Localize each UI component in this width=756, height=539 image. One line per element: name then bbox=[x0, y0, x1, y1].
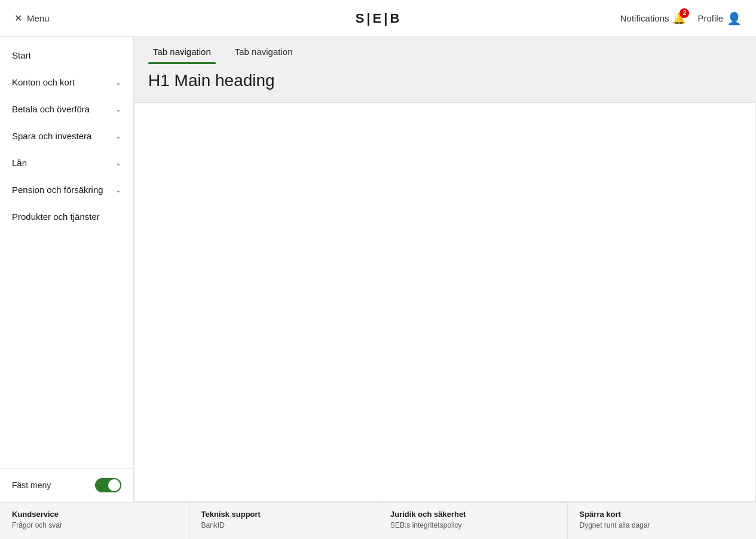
profile-button[interactable]: Profile 👤 bbox=[697, 11, 742, 26]
sidebar-item-label-spara: Spara och investera bbox=[12, 131, 91, 141]
tab-navigation-1[interactable]: Tab navigation bbox=[148, 37, 216, 64]
sidebar-item-spara[interactable]: Spara och investera ⌄ bbox=[0, 122, 133, 149]
fast-meny-toggle[interactable] bbox=[95, 478, 121, 492]
sidebar-item-start[interactable]: Start bbox=[0, 42, 133, 69]
footer-link-dygnet: Dygnet runt alla dagar bbox=[580, 521, 745, 529]
h1-area: H1 Main heading bbox=[134, 64, 756, 102]
tab-navigation-2[interactable]: Tab navigation bbox=[230, 37, 298, 64]
seb-logo: S|E|B bbox=[356, 11, 401, 26]
chevron-down-icon: ⌄ bbox=[115, 159, 121, 167]
main-heading: H1 Main heading bbox=[148, 71, 742, 90]
toggle-track bbox=[95, 478, 121, 492]
sidebar-item-label-betala: Betala och överföra bbox=[12, 104, 90, 114]
footer-section-sparra: Spärra kort Dygnet runt alla dagar bbox=[568, 503, 757, 539]
tabs: Tab navigation Tab navigation bbox=[148, 37, 742, 64]
notifications-icon-wrap: 🔔 2 bbox=[672, 12, 685, 25]
footer: Kundservice Frågor och svar Teknisk supp… bbox=[0, 502, 756, 539]
menu-button[interactable]: ✕ Menu bbox=[14, 13, 50, 24]
notifications-label: Notifications bbox=[620, 13, 669, 23]
chevron-down-icon: ⌄ bbox=[115, 78, 121, 87]
fast-meny-label: Fäst meny bbox=[12, 480, 51, 490]
profile-icon: 👤 bbox=[727, 11, 742, 26]
main-content: Tab navigation Tab navigation H1 Main he… bbox=[134, 37, 756, 502]
footer-title-sparra: Spärra kort bbox=[580, 510, 745, 519]
footer-section-teknisk: Teknisk support BankID bbox=[189, 503, 379, 539]
sidebar-item-konton[interactable]: Konton och kort ⌄ bbox=[0, 69, 133, 96]
body-layout: Start Konton och kort ⌄ Betala och överf… bbox=[0, 37, 756, 502]
notifications-badge: 2 bbox=[680, 8, 689, 18]
footer-section-juridik: Juridik och säkerhet SEB:s integritetspo… bbox=[378, 503, 568, 539]
footer-title-kundservice: Kundservice bbox=[12, 510, 177, 519]
menu-label: Menu bbox=[27, 13, 50, 23]
sidebar-item-label-produkter: Produkter och tjänster bbox=[12, 212, 100, 222]
footer-link-integritet[interactable]: SEB:s integritetspolicy bbox=[390, 521, 555, 529]
chevron-down-icon: ⌄ bbox=[115, 132, 121, 140]
footer-section-kundservice: Kundservice Frågor och svar bbox=[0, 503, 189, 539]
sidebar-item-pension[interactable]: Pension och försäkring ⌄ bbox=[0, 176, 133, 203]
close-icon: ✕ bbox=[14, 13, 22, 24]
footer-title-juridik: Juridik och säkerhet bbox=[390, 510, 555, 519]
sidebar-item-lan[interactable]: Lån ⌄ bbox=[0, 149, 133, 176]
sidebar: Start Konton och kort ⌄ Betala och överf… bbox=[0, 37, 134, 502]
sidebar-item-produkter[interactable]: Produkter och tjänster bbox=[0, 203, 133, 230]
sidebar-footer: Fäst meny bbox=[0, 468, 133, 502]
header-right: Notifications 🔔 2 Profile 👤 bbox=[620, 11, 742, 26]
footer-link-alla-dagar: alla dagar bbox=[619, 521, 650, 529]
sidebar-item-label-start: Start bbox=[12, 50, 31, 60]
footer-link-bankid[interactable]: BankID bbox=[201, 521, 366, 529]
logo: S|E|B bbox=[356, 11, 401, 26]
tab-label-2: Tab navigation bbox=[235, 47, 293, 57]
tab-label-1: Tab navigation bbox=[153, 47, 211, 57]
sidebar-nav: Start Konton och kort ⌄ Betala och överf… bbox=[0, 37, 133, 468]
sidebar-item-label-pension: Pension och försäkring bbox=[12, 185, 103, 195]
profile-label: Profile bbox=[697, 13, 723, 23]
tab-area: Tab navigation Tab navigation bbox=[134, 37, 756, 64]
chevron-down-icon: ⌄ bbox=[115, 105, 121, 114]
sidebar-item-label-konton: Konton och kort bbox=[12, 77, 75, 87]
footer-link-fragor[interactable]: Frågor och svar bbox=[12, 521, 177, 529]
content-panel bbox=[134, 102, 756, 502]
sidebar-item-label-lan: Lån bbox=[12, 158, 27, 168]
notifications-button[interactable]: Notifications 🔔 2 bbox=[620, 12, 686, 25]
header: ✕ Menu S|E|B Notifications 🔔 2 Profile 👤 bbox=[0, 0, 756, 37]
toggle-thumb bbox=[108, 479, 120, 491]
chevron-down-icon: ⌄ bbox=[115, 186, 121, 194]
footer-title-teknisk: Teknisk support bbox=[201, 510, 366, 519]
sidebar-item-betala[interactable]: Betala och överföra ⌄ bbox=[0, 96, 133, 122]
